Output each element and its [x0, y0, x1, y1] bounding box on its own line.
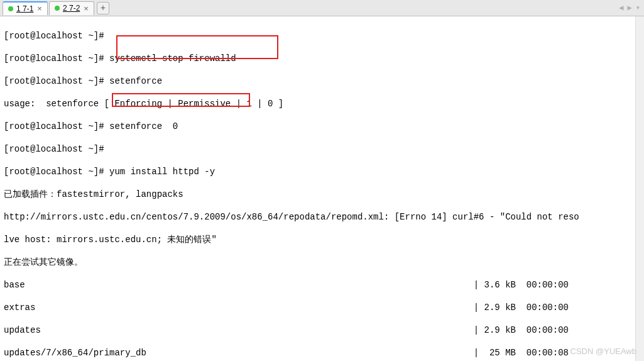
terminal-line: [root@localhost ~]# [4, 30, 640, 42]
terminal-line: [root@localhost ~]# setenforce [4, 75, 640, 87]
close-icon[interactable]: × [37, 4, 42, 13]
terminal-line: updates | 2.9 kB 00:00:00 [4, 325, 640, 336]
terminal-line: [root@localhost ~]# [4, 143, 640, 155]
tab-7-2[interactable]: 2 7-2 × [49, 1, 94, 15]
vertical-scrollbar[interactable] [635, 16, 644, 361]
nav-right-icon[interactable]: ▶ [628, 3, 632, 13]
terminal-line: updates/7/x86_64/primary_db | 25 MB 00:0… [4, 347, 640, 358]
tab-bar: 1 7-1 × 2 7-2 × + ◀ ▶ ▾ [0, 0, 644, 16]
terminal-output[interactable]: [root@localhost ~]# [root@localhost ~]# … [0, 16, 644, 361]
terminal-line: extras | 2.9 kB 00:00:00 [4, 302, 640, 313]
terminal-line: [root@localhost ~]# setenforce 0 [4, 121, 640, 132]
status-dot-icon [8, 6, 13, 11]
terminal-line: 已加载插件：fastestmirror, langpacks [4, 189, 640, 200]
status-dot-icon [55, 6, 60, 11]
terminal-line: usage: setenforce [ Enforcing | Permissi… [4, 98, 640, 109]
terminal-line: base | 3.6 kB 00:00:00 [4, 279, 640, 291]
nav-left-icon[interactable]: ◀ [619, 3, 623, 13]
terminal-line: http://mirrors.ustc.edu.cn/centos/7.9.20… [4, 211, 640, 223]
tab-7-1[interactable]: 1 7-1 × [3, 1, 48, 15]
terminal-line: [root@localhost ~]# yum install httpd -y [4, 166, 640, 177]
close-icon[interactable]: × [84, 4, 89, 13]
terminal-line: 正在尝试其它镜像。 [4, 257, 640, 268]
terminal-line: lve host: mirrors.ustc.edu.cn; 未知的错误" [4, 234, 640, 245]
tab-label: 1 7-1 [16, 4, 33, 13]
nav-dropdown-icon[interactable]: ▾ [636, 3, 640, 13]
add-tab-button[interactable]: + [97, 2, 109, 14]
tab-nav-controls: ◀ ▶ ▾ [619, 3, 640, 13]
terminal-line: [root@localhost ~]# systemctl stop firew… [4, 53, 640, 64]
tab-label: 2 7-2 [63, 4, 80, 13]
